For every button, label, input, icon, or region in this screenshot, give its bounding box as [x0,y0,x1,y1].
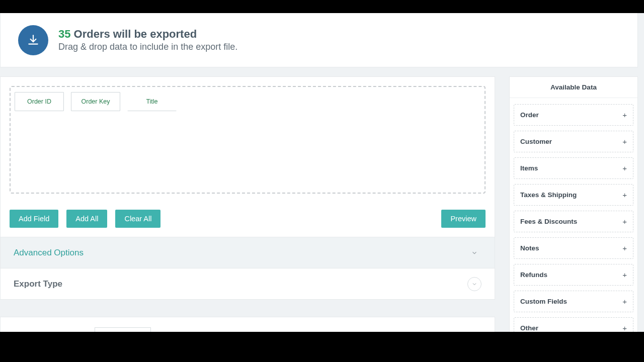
export-builder-panel: Order ID Order Key Title Add Field Add A… [0,76,495,300]
category-label: Items [520,164,538,172]
plus-icon: + [622,244,627,252]
category-taxes-shipping[interactable]: Taxes & Shipping+ [514,184,633,206]
category-label: Other [520,324,538,332]
export-header: 35 Orders will be exported Drag & drop d… [0,13,638,67]
clear-all-button[interactable]: Clear All [115,210,160,228]
builder-toolbar: Add Field Add All Clear All Preview [1,203,495,237]
category-label: Notes [520,244,539,252]
category-label: Fees & Discounts [520,218,577,225]
plus-icon: + [622,111,627,119]
category-custom-fields[interactable]: Custom Fields+ [514,291,633,312]
advanced-options-label: Advanced Options [14,248,84,258]
export-subtitle: Drag & drop data to include in the expor… [58,42,237,52]
preview-button[interactable]: Preview [441,210,486,228]
plus-icon: + [622,297,627,306]
letterbox-bottom [0,332,644,362]
field-chip[interactable]: Order Key [71,92,120,111]
category-label: Refunds [520,271,547,279]
plus-icon: + [622,191,627,199]
category-customer[interactable]: Customer+ [514,131,633,152]
available-data-panel: Available Data Order+ Customer+ Items+ T… [509,76,638,353]
category-notes[interactable]: Notes+ [514,237,633,259]
export-type-label: Export Type [14,279,62,289]
plus-icon: + [622,270,627,279]
plus-icon: + [622,217,627,226]
field-chip[interactable]: Order ID [15,92,64,111]
plus-icon: + [622,164,627,172]
add-field-button[interactable]: Add Field [10,210,58,228]
field-chip[interactable]: Title [127,92,177,111]
advanced-options-accordion[interactable]: Advanced Options [1,237,495,268]
letterbox-top [0,0,644,13]
export-title-suffix: Orders will be exported [74,28,197,40]
category-label: Custom Fields [520,298,567,305]
plus-icon: + [622,324,627,332]
add-all-button[interactable]: Add All [66,210,107,228]
category-label: Customer [520,138,552,145]
download-icon [18,25,48,55]
category-label: Taxes & Shipping [520,191,577,199]
category-label: Order [520,111,539,119]
category-items[interactable]: Items+ [514,157,633,179]
export-count: 35 [58,28,70,40]
category-refunds[interactable]: Refunds+ [514,264,633,286]
field-dropzone[interactable]: Order ID Order Key Title [10,86,486,194]
export-title: 35 Orders will be exported [58,28,237,41]
category-order[interactable]: Order+ [514,104,633,126]
available-data-list: Order+ Customer+ Items+ Taxes & Shipping… [510,98,637,353]
plus-icon: + [622,137,627,146]
category-fees-discounts[interactable]: Fees & Discounts+ [514,211,633,232]
export-type-accordion[interactable]: Export Type [1,268,495,299]
chevron-down-icon [467,277,481,291]
available-data-title: Available Data [510,77,637,98]
chevron-down-icon [467,246,481,260]
